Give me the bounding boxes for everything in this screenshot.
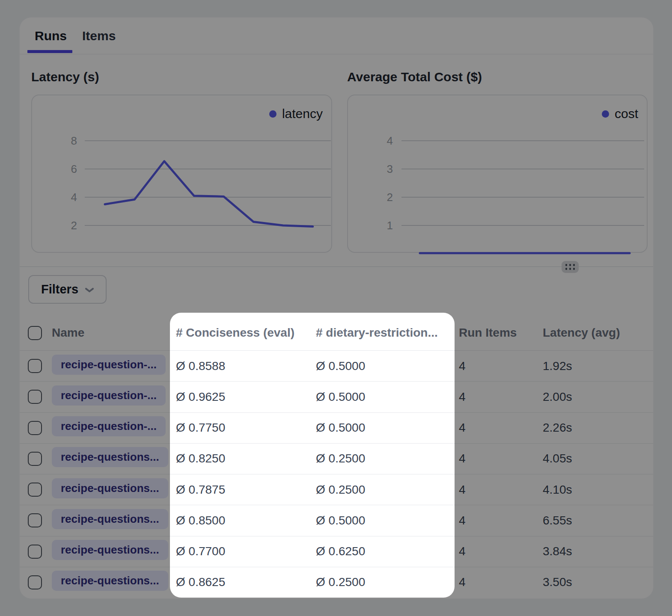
dietary-cell: Ø 0.5000 xyxy=(316,421,459,435)
conciseness-cell: Ø 0.7750 xyxy=(176,421,316,435)
panel-divider xyxy=(20,267,653,267)
run-items-cell: 4 xyxy=(459,359,543,373)
chevron-down-icon xyxy=(85,287,94,293)
run-name-badge[interactable]: recipe-question-... xyxy=(52,416,166,436)
select-all-checkbox[interactable] xyxy=(28,326,42,340)
table-row[interactable]: recipe-questions... Ø 0.8500 Ø 0.5000 4 … xyxy=(20,505,653,536)
row-checkbox[interactable] xyxy=(28,483,42,497)
table-row[interactable]: recipe-questions... Ø 0.7700 Ø 0.6250 4 … xyxy=(20,536,653,567)
tab-items-label: Items xyxy=(82,29,116,43)
dietary-cell: Ø 0.2500 xyxy=(316,452,459,465)
run-items-cell: 4 xyxy=(459,452,543,465)
dietary-cell: Ø 0.2500 xyxy=(316,575,459,589)
dietary-cell: Ø 0.5000 xyxy=(316,514,459,527)
header-dietary: # dietary-restriction... xyxy=(316,326,459,340)
run-name-badge[interactable]: recipe-questions... xyxy=(52,540,168,560)
conciseness-cell: Ø 0.9625 xyxy=(176,390,316,404)
filters-button-label: Filters xyxy=(41,282,78,296)
svg-text:3: 3 xyxy=(387,163,393,175)
header-name: Name xyxy=(52,326,176,340)
latency-cell: 2.00s xyxy=(543,390,653,404)
table-row[interactable]: recipe-questions... Ø 0.8250 Ø 0.2500 4 … xyxy=(20,443,653,474)
cost-legend-dot-icon xyxy=(602,110,609,118)
tab-items[interactable]: Items xyxy=(82,18,116,54)
svg-text:4: 4 xyxy=(387,134,393,147)
conciseness-cell: Ø 0.8500 xyxy=(176,514,316,527)
run-items-cell: 4 xyxy=(459,483,543,497)
latency-cell: 1.92s xyxy=(543,359,653,373)
row-checkbox[interactable] xyxy=(28,359,42,373)
conciseness-cell: Ø 0.8588 xyxy=(176,359,316,373)
cost-legend-label: cost xyxy=(615,107,638,121)
tab-bar: Runs Items xyxy=(20,18,653,54)
tab-runs-label: Runs xyxy=(35,29,67,43)
dietary-cell: Ø 0.5000 xyxy=(316,390,459,404)
header-run-items: Run Items xyxy=(459,326,543,340)
run-name-badge[interactable]: recipe-question-... xyxy=(52,385,166,406)
row-checkbox[interactable] xyxy=(28,575,42,589)
latency-chart-title: Latency (s) xyxy=(31,70,332,84)
conciseness-cell: Ø 0.8250 xyxy=(176,452,316,465)
row-checkbox[interactable] xyxy=(28,513,42,527)
filters-button[interactable]: Filters xyxy=(28,275,107,304)
cost-legend: cost xyxy=(602,107,638,121)
row-checkbox[interactable] xyxy=(28,452,42,466)
run-items-cell: 4 xyxy=(459,514,543,527)
latency-cell: 4.05s xyxy=(543,452,653,465)
filters-row: Filters xyxy=(20,267,653,304)
svg-text:1: 1 xyxy=(387,219,393,232)
latency-legend-dot-icon xyxy=(269,110,277,118)
svg-text:6: 6 xyxy=(71,163,77,175)
charts-section: Latency (s) 2468 latency Average Total C… xyxy=(20,54,653,253)
table-header-row: Name # Conciseness (eval) # dietary-rest… xyxy=(20,315,653,350)
dietary-cell: Ø 0.2500 xyxy=(316,483,459,497)
run-name-badge[interactable]: recipe-questions... xyxy=(52,447,168,467)
run-name-badge[interactable]: recipe-question-... xyxy=(52,355,166,375)
cost-chart-block: Average Total Cost ($) 1234 cost xyxy=(347,70,648,253)
run-items-cell: 4 xyxy=(459,545,543,558)
run-name-badge[interactable]: recipe-questions... xyxy=(52,571,168,591)
runs-panel: Runs Items Latency (s) 2468 latency Aver… xyxy=(19,17,654,599)
latency-legend-label: latency xyxy=(282,107,323,121)
svg-text:8: 8 xyxy=(71,134,77,147)
latency-chart-block: Latency (s) 2468 latency xyxy=(31,70,332,253)
runs-table: Name # Conciseness (eval) # dietary-rest… xyxy=(20,315,653,598)
svg-text:4: 4 xyxy=(71,191,77,204)
table-row[interactable]: recipe-questions... Ø 0.7875 Ø 0.2500 4 … xyxy=(20,474,653,505)
latency-cell: 4.10s xyxy=(543,483,653,497)
row-checkbox[interactable] xyxy=(28,421,42,435)
latency-cell: 2.26s xyxy=(543,421,653,435)
svg-text:2: 2 xyxy=(71,219,77,232)
panel-resize-handle[interactable] xyxy=(562,261,579,273)
latency-cell: 3.50s xyxy=(543,575,653,589)
latency-legend: latency xyxy=(269,107,323,121)
run-name-badge[interactable]: recipe-questions... xyxy=(52,509,168,529)
table-row[interactable]: recipe-question-... Ø 0.7750 Ø 0.5000 4 … xyxy=(20,412,653,443)
dietary-cell: Ø 0.5000 xyxy=(316,359,459,373)
run-items-cell: 4 xyxy=(459,390,543,404)
latency-cell: 3.84s xyxy=(543,545,653,558)
row-checkbox[interactable] xyxy=(28,545,42,559)
tab-runs[interactable]: Runs xyxy=(35,18,67,54)
header-conciseness: # Conciseness (eval) xyxy=(176,326,316,340)
active-tab-underline xyxy=(27,50,72,53)
svg-text:2: 2 xyxy=(387,191,393,204)
conciseness-cell: Ø 0.7875 xyxy=(176,483,316,497)
latency-chart: 2468 latency xyxy=(31,95,332,253)
run-items-cell: 4 xyxy=(459,421,543,435)
cost-chart-title: Average Total Cost ($) xyxy=(347,70,648,84)
conciseness-cell: Ø 0.8625 xyxy=(176,575,316,589)
run-items-cell: 4 xyxy=(459,575,543,589)
header-latency-avg: Latency (avg) xyxy=(543,326,653,340)
cost-chart: 1234 cost xyxy=(347,95,648,253)
table-row[interactable]: recipe-question-... Ø 0.8588 Ø 0.5000 4 … xyxy=(20,350,653,381)
dietary-cell: Ø 0.6250 xyxy=(316,545,459,558)
run-name-badge[interactable]: recipe-questions... xyxy=(52,478,168,498)
latency-cell: 6.55s xyxy=(543,514,653,527)
conciseness-cell: Ø 0.7700 xyxy=(176,545,316,558)
grip-dots-icon xyxy=(565,264,575,270)
row-checkbox[interactable] xyxy=(28,390,42,404)
table-row[interactable]: recipe-questions... Ø 0.8625 Ø 0.2500 4 … xyxy=(20,567,653,598)
table-row[interactable]: recipe-question-... Ø 0.9625 Ø 0.5000 4 … xyxy=(20,381,653,412)
